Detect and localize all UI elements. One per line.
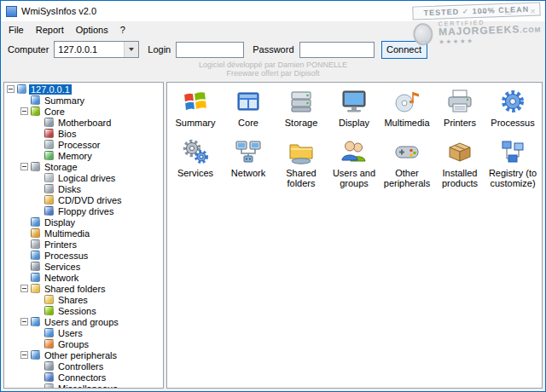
tree-item-shares[interactable]: Shares (4, 294, 163, 305)
tree-item-label: Memory (56, 151, 94, 161)
shortcut-other-peripherals[interactable]: Other peripherals (380, 138, 433, 188)
tree-item-label: Services (43, 262, 82, 272)
tree-item-multimedia[interactable]: Multimedia (4, 228, 163, 239)
tree-item-memory[interactable]: Memory (4, 150, 163, 161)
tree-collapse-icon[interactable] (20, 285, 28, 292)
tree-item-printers[interactable]: Printers (4, 239, 163, 250)
shortcut-label: Registry (to customize) (486, 168, 539, 188)
tree-item-users-and-groups[interactable]: Users and groups (4, 316, 163, 327)
computer-label: Computer (8, 44, 49, 55)
tree-item-motherboard[interactable]: Motherboard (4, 117, 163, 128)
tree-item-sessions[interactable]: Sessions (4, 305, 163, 316)
shared-folder-icon (288, 138, 315, 165)
shortcut-storage[interactable]: Storage (275, 88, 328, 128)
tree-item-network[interactable]: Network (4, 272, 163, 283)
summary-icon (31, 95, 40, 105)
shortcut-label: Processus (486, 118, 539, 128)
tree-item-bios[interactable]: Bios (4, 128, 163, 139)
close-button[interactable]: × (520, 1, 545, 21)
shortcut-label: Shared folders (275, 168, 328, 188)
shortcut-label: Users and groups (328, 168, 380, 188)
tree-item-label: Printers (43, 239, 78, 250)
shortcut-core[interactable]: Core (222, 88, 275, 128)
tree-item-miscellaneous[interactable]: Miscellaneous (4, 383, 163, 389)
credits-line-2: Freeware offert par Dipisoft (1, 69, 545, 78)
connect-button[interactable]: Connect (381, 41, 427, 59)
shortcut-printers[interactable]: Printers (433, 88, 486, 128)
shortcut-label: Installed products (433, 168, 486, 188)
process-icon (31, 251, 40, 260)
tree-item-users[interactable]: Users (4, 327, 163, 338)
menu-report[interactable]: Report (30, 23, 70, 37)
session-icon (44, 306, 54, 315)
tree-item-label: Users and groups (43, 317, 120, 327)
maximize-button[interactable]: □ (496, 1, 520, 21)
shortcut-multimedia[interactable]: Multimedia (380, 88, 433, 128)
tree-item-label: Network (43, 273, 80, 283)
shortcut-label: Summary (169, 118, 222, 128)
shortcut-label: Core (222, 118, 275, 128)
shortcut-summary[interactable]: Summary (169, 88, 222, 128)
users-groups-icon (31, 317, 40, 326)
tree-item-label: Logical drives (56, 173, 117, 183)
window-title: WmiSysInfos v2.0 (21, 6, 96, 16)
tree-item-display[interactable]: Display (4, 216, 163, 228)
shortcut-label: Display (328, 118, 380, 128)
tree-item-127-0-0-1[interactable]: 127.0.0.1 (4, 84, 163, 95)
tree-item-cd-dvd-drives[interactable]: CD/DVD drives (4, 194, 163, 205)
toolbar: Computer 127.0.0.1 Login Password Connec… (1, 38, 545, 61)
app-icon (6, 6, 17, 17)
tree-item-label: Storage (43, 162, 79, 172)
tree-item-label: 127.0.0.1 (29, 84, 72, 95)
tree-item-services[interactable]: Services (4, 261, 163, 272)
tree-item-label: Floppy drives (56, 206, 115, 216)
tree-collapse-icon[interactable] (20, 351, 28, 359)
tree-item-core[interactable]: Core (4, 106, 163, 117)
shortcut-label: Other peripherals (380, 168, 433, 188)
shortcut-registry-to-customize[interactable]: Registry (to customize) (486, 138, 539, 188)
shortcut-services[interactable]: Services (169, 138, 222, 188)
tree-item-processor[interactable]: Processor (4, 139, 163, 150)
tree-item-shared-folders[interactable]: Shared folders (4, 283, 163, 294)
menu-file[interactable]: File (3, 23, 30, 37)
tree-item-connectors[interactable]: Connectors (4, 372, 163, 383)
share-icon (44, 295, 54, 304)
computer-combobox[interactable]: 127.0.0.1 (54, 41, 139, 58)
tree-item-processus[interactable]: Processus (4, 250, 163, 261)
menu-help[interactable]: ? (114, 23, 131, 37)
tree-item-label: Shares (56, 295, 90, 305)
tree-collapse-icon[interactable] (20, 107, 28, 115)
tree-item-label: Sessions (56, 306, 98, 316)
tree-item-summary[interactable]: Summary (4, 95, 163, 106)
shortcut-shared-folders[interactable]: Shared folders (275, 138, 328, 188)
tree-item-label: Connectors (56, 372, 107, 383)
tree-item-disks[interactable]: Disks (4, 183, 163, 194)
connector-icon (44, 372, 54, 382)
shortcut-display[interactable]: Display (328, 88, 380, 128)
menu-options[interactable]: Options (70, 23, 114, 37)
dropdown-arrow-icon[interactable] (124, 42, 138, 57)
misc-icon (44, 383, 54, 389)
shortcut-installed-products[interactable]: Installed products (433, 138, 486, 188)
tree-item-storage[interactable]: Storage (4, 161, 163, 172)
content-area: 127.0.0.1SummaryCoreMotherboardBiosProce… (1, 79, 545, 391)
tree-item-controllers[interactable]: Controllers (4, 360, 163, 372)
shortcut-users-and-groups[interactable]: Users and groups (328, 138, 380, 188)
user-icon (44, 328, 54, 337)
shortcut-label: Printers (433, 118, 486, 128)
minimize-button[interactable]: – (471, 1, 496, 21)
tree-item-label: Groups (56, 339, 90, 349)
tree-item-floppy-drives[interactable]: Floppy drives (4, 205, 163, 216)
tree-item-groups[interactable]: Groups (4, 338, 163, 349)
tree-collapse-icon[interactable] (7, 85, 15, 93)
tree-item-label: Processus (43, 251, 90, 261)
password-input[interactable] (299, 42, 375, 58)
tree-collapse-icon[interactable] (20, 163, 28, 170)
caption-buttons: – □ × (471, 1, 545, 21)
tree-item-logical-drives[interactable]: Logical drives (4, 172, 163, 183)
tree-item-other-peripherals[interactable]: Other peripherals (4, 349, 163, 360)
login-input[interactable] (176, 42, 244, 58)
shortcut-network[interactable]: Network (222, 138, 275, 188)
tree-collapse-icon[interactable] (20, 318, 28, 326)
shortcut-processus[interactable]: Processus (486, 88, 539, 128)
